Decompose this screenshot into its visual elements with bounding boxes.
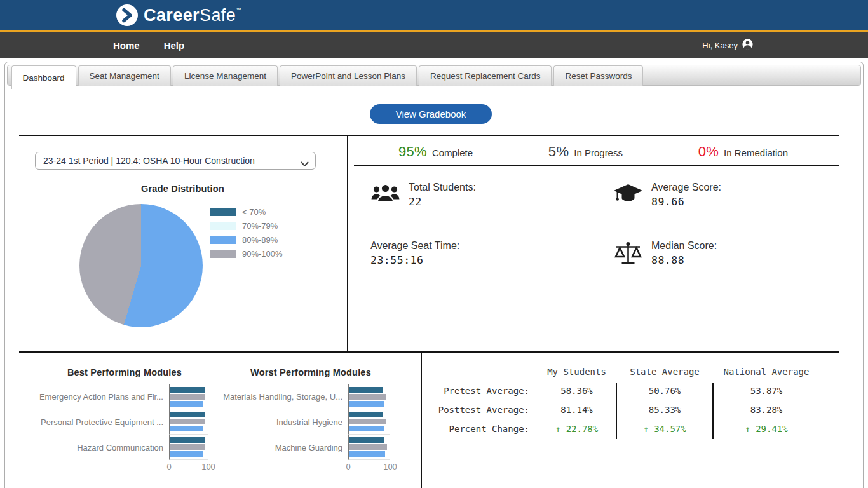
dark-blue-bar [170,387,205,393]
gray-bar [170,419,205,424]
module-label: Machine Guarding [215,443,348,452]
legend-label: < 70% [242,207,266,217]
stats-grid: Total Students:22Average Score:89.66Aver… [370,182,815,269]
module-row: Personal Protective Equipment ... [19,409,230,435]
legend-swatch [210,250,236,258]
module-row: Industrial Hygiene [215,409,407,435]
table-cell: 53.87% [713,386,820,396]
stat-texts: Average Score:89.66 [651,182,721,210]
nav-bar: Home Help Hi, Kasey [0,32,868,58]
gray-bar [170,394,205,400]
light-blue-bar [170,401,203,407]
table-row-label: Percent Change: [427,424,537,434]
gray-bar [170,444,205,450]
stat-texts: Average Seat Time:23:55:16 [370,240,459,269]
nav-item-help[interactable]: Help [164,40,185,51]
tab-powerpoint-and-lesson-plans[interactable]: PowerPoint and Lesson Plans [280,65,417,86]
view-gradebook-button[interactable]: View Gradebook [370,104,492,124]
user-greeting: Hi, Kasey [702,41,738,50]
logo-chevron-icon [116,4,139,29]
table-cell: 50.76% [616,386,713,396]
stat-item: Total Students:22 [370,182,613,210]
stat-label: Total Students: [409,182,476,193]
stat-item: Median Score:88.88 [613,240,815,269]
light-blue-bar [349,451,385,457]
completion-value: 0% [698,144,719,160]
module-plot [169,435,208,460]
completion-item: 5%In Progress [548,144,623,160]
stat-texts: Total Students:22 [409,182,476,210]
table-column-header: State Average [616,367,713,377]
completion-item: 95%Complete [398,144,473,160]
module-label: Hazard Communication [19,443,169,452]
tab-seat-management[interactable]: Seat Management [78,65,171,86]
stat-value: 23:55:16 [370,254,459,266]
legend-label: 80%-89% [242,235,278,245]
nav-item-home[interactable]: Home [113,40,140,51]
table-cell: 58.36% [537,386,616,396]
table-cell: 81.14% [537,405,616,415]
module-label: Materials Handling, Storage, U... [215,392,348,402]
legend-swatch [210,236,236,244]
app-header: CareerSafe™ [0,0,868,30]
table-cell: ↑ 34.57% [616,424,713,434]
legend-item: < 70% [210,205,283,219]
user-menu[interactable]: Hi, Kasey [702,32,753,58]
module-plot [348,435,390,460]
module-label: Emergency Action Plans and Fir... [19,392,169,402]
tab-license-management[interactable]: License Management [173,65,278,86]
table-cell: 85.33% [616,405,713,415]
stat-label: Average Score: [651,182,721,193]
grade-distribution-title: Grade Distribution [79,184,286,194]
stat-value: 89.66 [651,196,721,208]
module-row: Emergency Action Plans and Fir... [19,384,230,409]
dashboard-page: CareerSafe™ Home Help Hi, Kasey Dashboar… [0,0,868,488]
class-selector-wrap: 23-24 1st Period | 120.4: OSHA 10-Hour C… [35,152,316,170]
tab-request-replacement-cards[interactable]: Request Replacement Cards [419,65,552,86]
table-row-label: Pretest Average: [427,386,537,396]
stat-label: Average Seat Time: [370,240,459,252]
legend-item: 90%-100% [210,247,283,261]
legend-swatch [210,208,236,216]
stat-value: 88.88 [651,254,717,266]
careersafe-logo: CareerSafe™ [116,4,241,29]
grade-distribution-pie [79,204,203,327]
light-blue-bar [170,451,203,457]
module-row: Machine Guarding [215,435,407,460]
module-plot [169,384,208,409]
tab-dashboard[interactable]: Dashboard [11,65,76,89]
nav-items: Home Help [113,32,184,58]
table-column-header: My Students [537,367,616,377]
worst-modules-axis: 0 100 [215,462,407,472]
module-plot [348,409,390,435]
gray-bar [349,394,386,400]
dark-blue-bar [170,437,205,443]
class-selector[interactable]: 23-24 1st Period | 120.4: OSHA 10-Hour C… [35,152,316,170]
completion-item: 0%In Remediation [698,144,788,160]
balance-scale-icon [613,240,643,269]
logo-wordmark: CareerSafe™ [144,4,241,27]
module-plot [169,409,208,435]
completion-label: Complete [432,147,473,158]
dark-blue-bar [349,412,383,417]
divider-top [19,135,839,136]
user-icon [742,39,753,51]
light-blue-bar [349,426,384,431]
best-modules-axis: 0 100 [19,462,230,472]
graduation-cap-icon [613,182,643,210]
dark-blue-bar [349,437,384,443]
tab-reset-passwords[interactable]: Reset Passwords [553,65,643,86]
stat-value: 22 [409,196,476,208]
completion-value: 5% [548,144,569,160]
table-cell: ↑ 29.41% [713,424,820,434]
table-cell: 83.28% [713,405,820,415]
worst-performing-modules-chart: Worst Performing Modules Materials Handl… [215,367,407,472]
comparison-table: My StudentsState AverageNational Average… [427,362,820,438]
gray-bar [349,444,387,450]
worst-modules-title: Worst Performing Modules [215,367,407,377]
divider-middle [19,351,839,353]
dark-blue-bar [170,412,205,417]
axis-tick: 100 [201,462,215,471]
module-label: Personal Protective Equipment ... [19,417,169,427]
module-label: Industrial Hygiene [215,417,348,427]
